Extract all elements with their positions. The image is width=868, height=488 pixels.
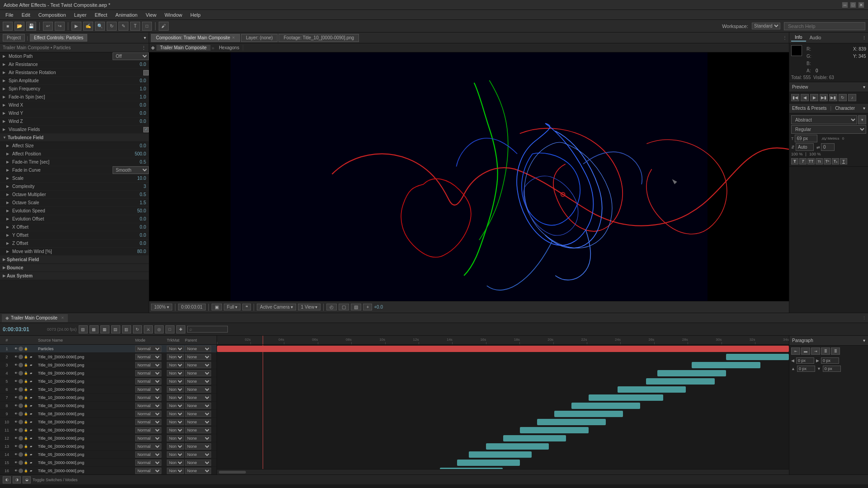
show-guides-btn[interactable]: + <box>363 304 372 310</box>
bounce-toggle[interactable]: ▶ <box>3 266 5 270</box>
layer-lock-icon[interactable]: 🔒 <box>24 460 28 465</box>
scale-toggle[interactable]: ▶ <box>6 176 9 180</box>
layer-trkmat-select[interactable]: None <box>167 362 184 368</box>
track-row[interactable] <box>217 361 789 369</box>
track-row[interactable] <box>217 394 789 402</box>
layer-trkmat-select[interactable]: None <box>167 394 184 401</box>
layer-parent-select[interactable]: None <box>185 346 211 352</box>
track-row[interactable] <box>217 434 789 442</box>
small-caps-btn[interactable]: Tt <box>816 158 823 164</box>
layer-solo-icon[interactable] <box>19 444 23 449</box>
track-row[interactable] <box>217 369 789 377</box>
layer-trkmat-select[interactable]: None <box>167 370 184 376</box>
active-camera-btn[interactable]: Active Camera ▾ <box>257 304 296 310</box>
layer-solo-icon[interactable] <box>19 452 23 457</box>
tool-select[interactable]: ▶ <box>71 22 81 31</box>
layer-solo-icon[interactable] <box>19 387 23 392</box>
octave-multiplier-value[interactable]: 0.5 <box>113 192 149 197</box>
viewer-tab-comp[interactable]: Composition: Trailer Main Composite ✕ <box>151 34 240 42</box>
align-justify-btn[interactable]: ≣ <box>821 347 830 355</box>
spin-frequency-toggle[interactable]: ▶ <box>3 87 5 91</box>
layer-solo-icon[interactable] <box>19 412 23 416</box>
audio-tab[interactable]: Audio <box>806 34 825 41</box>
tool-shape[interactable]: □ <box>142 22 152 31</box>
layer-row[interactable]: 8 👁 🔒 ▰ Title_08_[0000-0090].png Normal … <box>0 402 217 410</box>
turbulence-toggle[interactable]: ▼ <box>3 136 6 140</box>
move-with-wind-toggle[interactable]: ▶ <box>6 249 9 253</box>
timecode-display[interactable]: 0:00:03:01 <box>178 304 206 310</box>
layer-parent-select[interactable]: None <box>185 451 211 458</box>
save-button[interactable]: 💾 <box>26 22 36 31</box>
y-offset-toggle[interactable]: ▶ <box>6 233 9 237</box>
layer-trkmat-select[interactable]: None <box>167 419 184 425</box>
viewer-tab-footage[interactable]: Footage: Title_10_[0000-0090].png <box>278 34 359 42</box>
tool-hand[interactable]: ✍ <box>83 22 93 31</box>
font-settings-btn[interactable]: ▾ <box>858 115 866 124</box>
bottom-btn-2[interactable]: ◑ <box>13 476 21 483</box>
layer-solo-icon[interactable] <box>19 404 23 408</box>
track-row[interactable] <box>217 353 789 361</box>
layer-row[interactable]: 2 👁 🔒 ▰ Title_09_[0000-0090].png Normal … <box>0 353 217 361</box>
pixel-aspect-btn[interactable]: ▢ <box>339 304 349 310</box>
layer-lock-icon[interactable]: 🔒 <box>24 452 28 457</box>
affect-position-toggle[interactable]: ▶ <box>6 152 9 156</box>
tc-btn-8[interactable]: ◎ <box>155 325 164 333</box>
layer-parent-select[interactable]: None <box>185 354 211 360</box>
comp-tab-main[interactable]: Trailer Main Composite <box>156 45 211 51</box>
layer-solo-icon[interactable] <box>19 460 23 465</box>
octave-scale-value[interactable]: 1.5 <box>113 200 149 205</box>
font-family-dropdown[interactable]: Abstract <box>791 115 857 124</box>
timeline-scrollbar[interactable] <box>217 469 789 474</box>
fadein-time-value[interactable]: 0.5 <box>113 160 149 164</box>
fadein-curve-toggle[interactable]: ▶ <box>6 168 9 172</box>
menu-item-view[interactable]: View <box>142 11 160 19</box>
track-bar[interactable] <box>520 427 589 433</box>
panel-options-icon[interactable]: ▾ <box>144 35 146 40</box>
layer-mode-select[interactable]: Normal <box>135 443 161 450</box>
layer-solo-icon[interactable] <box>19 436 23 441</box>
ec-options[interactable]: ⋮ <box>142 45 146 50</box>
all-caps-btn[interactable]: TT <box>807 158 815 164</box>
effects-options[interactable]: ▾ <box>863 106 865 111</box>
timeline-tab-close[interactable]: ✕ <box>61 316 64 320</box>
layer-lock-icon[interactable]: 🔒 <box>24 412 28 416</box>
project-tab[interactable]: Project <box>3 34 25 42</box>
layer-lock-icon[interactable]: 🔒 <box>24 387 28 392</box>
layer-mode-select[interactable]: Normal <box>135 362 161 368</box>
layer-solo-icon[interactable] <box>19 347 23 351</box>
menu-item-edit[interactable]: Edit <box>18 11 34 19</box>
track-row[interactable] <box>217 418 789 426</box>
fadein-curve-value[interactable]: Smooth <box>113 166 149 174</box>
layer-parent-select[interactable]: None <box>185 468 211 474</box>
layer-trkmat-select[interactable]: None <box>167 354 184 360</box>
timeline-options[interactable]: ⋮ <box>862 316 866 320</box>
track-row[interactable] <box>217 450 789 459</box>
motion-path-value[interactable]: Off <box>113 52 149 60</box>
tc-btn-1[interactable]: ▨ <box>79 325 88 333</box>
evolution-offset-toggle[interactable]: ▶ <box>6 217 9 221</box>
layer-parent-select[interactable]: None <box>185 378 211 385</box>
layer-mode-select[interactable]: Normal <box>135 419 161 425</box>
fadein-spin-value[interactable]: 1.0 <box>113 94 149 99</box>
layer-trkmat-select[interactable]: None <box>167 378 184 385</box>
tc-btn-4[interactable]: ▤ <box>111 325 120 333</box>
layer-mode-select[interactable]: Normal <box>135 403 161 409</box>
preview-last-frame[interactable]: ▶▮ <box>829 94 837 101</box>
layer-eye-icon[interactable]: 👁 <box>14 347 18 351</box>
layer-row[interactable]: 10 👁 🔒 ▰ Title_08_[0000-0090].png Normal… <box>0 418 217 426</box>
layer-row[interactable]: 15 👁 🔒 ▰ Title_05_[0000-0090].png Normal… <box>0 459 217 467</box>
layer-row[interactable]: 14 👁 🔒 ▰ Title_05_[0000-0090].png Normal… <box>0 450 217 459</box>
z-offset-toggle[interactable]: ▶ <box>6 241 9 245</box>
track-row[interactable] <box>217 345 789 353</box>
tc-btn-6[interactable]: ↻ <box>133 325 142 333</box>
workspace-dropdown[interactable]: Standard <box>752 23 780 29</box>
spherical-toggle[interactable]: ▶ <box>3 258 5 262</box>
layer-row[interactable]: 11 👁 🔒 ▰ Title_06_[0000-0090].png Normal… <box>0 426 217 434</box>
layer-eye-icon[interactable]: 👁 <box>14 420 18 424</box>
layer-lock-icon[interactable]: 🔒 <box>24 428 28 432</box>
leading-input[interactable] <box>796 143 814 151</box>
layer-parent-select[interactable]: None <box>185 435 211 441</box>
layer-parent-select[interactable]: None <box>185 411 211 417</box>
layer-lock-icon[interactable]: 🔒 <box>24 420 28 424</box>
layer-parent-select[interactable]: None <box>185 427 211 433</box>
